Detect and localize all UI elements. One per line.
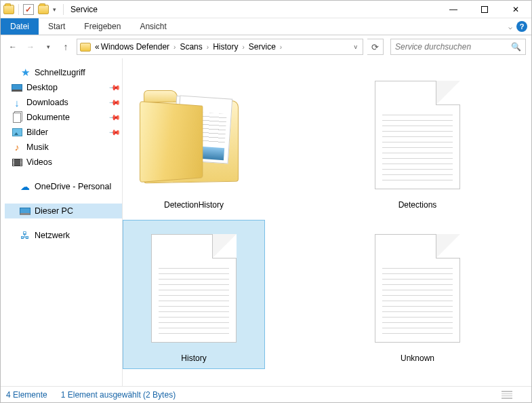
ribbon-help: ⌵ ? — [508, 18, 527, 35]
address-folder-icon — [80, 43, 91, 52]
breadcrumb-2[interactable]: History — [213, 42, 238, 52]
refresh-button[interactable]: ⟳ — [367, 39, 384, 55]
forward-button[interactable]: → — [24, 40, 37, 54]
explorer-body: ★ Schnellzugriff Desktop 📌 ↓ Downloads 📌… — [1, 58, 531, 386]
file-item-history[interactable]: History — [123, 220, 265, 369]
pin-icon: 📌 — [108, 81, 121, 94]
breadcrumb-sep-0[interactable]: › — [171, 43, 178, 51]
desktop-icon — [12, 84, 22, 92]
file-item-detections[interactable]: Detections — [346, 66, 489, 216]
sidebar-group-thispc: Dieser PC — [5, 204, 122, 218]
breadcrumb-3[interactable]: Service — [249, 42, 276, 52]
pc-icon — [20, 208, 30, 215]
folder-icon — [127, 74, 260, 196]
sidebar-item-label: Musik — [26, 142, 49, 152]
file-item-label: DetectionHistory — [164, 200, 224, 210]
sidebar-item-label: Schnellzugriff — [35, 68, 85, 77]
sidebar-group-network: 🖧 Netzwerk — [5, 228, 122, 243]
minimize-button[interactable]: — — [438, 1, 469, 18]
ribbon-tabs: Datei Start Freigeben Ansicht ⌵ ? — [1, 18, 531, 35]
sidebar-item-bilder[interactable]: Bilder 📌 — [5, 125, 122, 140]
search-input[interactable] — [395, 42, 511, 52]
address-bar[interactable]: « Windows Defender › Scans › History › S… — [77, 39, 363, 55]
breadcrumb-sep-1[interactable]: › — [204, 43, 211, 51]
file-item-label: Detections — [398, 200, 437, 210]
tab-start[interactable]: Start — [39, 18, 75, 35]
tab-ansicht[interactable]: Ansicht — [130, 18, 176, 35]
sidebar-network[interactable]: 🖧 Netzwerk — [5, 228, 122, 243]
downloads-icon: ↓ — [12, 97, 22, 108]
sidebar-group-onedrive: ☁ OneDrive - Personal — [5, 179, 122, 194]
file-icon — [351, 227, 484, 349]
file-item-label: History — [181, 353, 206, 363]
back-button[interactable]: ← — [6, 40, 20, 54]
close-button[interactable]: ✕ — [500, 1, 531, 18]
status-selection: 1 Element ausgewählt (2 Bytes) — [61, 390, 176, 400]
qat-divider — [18, 4, 19, 15]
breadcrumb-0[interactable]: Windows Defender — [101, 42, 169, 52]
sidebar-item-desktop[interactable]: Desktop 📌 — [5, 80, 122, 95]
file-icon — [127, 227, 260, 349]
star-icon: ★ — [20, 67, 30, 78]
tab-freigeben[interactable]: Freigeben — [75, 18, 130, 35]
sidebar-thispc[interactable]: Dieser PC — [5, 204, 122, 218]
pin-icon: 📌 — [108, 96, 121, 109]
history-dropdown-icon[interactable]: ▾ — [41, 40, 55, 54]
network-icon: 🖧 — [20, 230, 30, 241]
address-dropdown-icon[interactable]: v — [350, 43, 362, 50]
sidebar-item-label: Desktop — [26, 83, 58, 92]
content-pane[interactable]: DetectionHistory Detections History Unkn… — [123, 58, 531, 386]
file-item-detectionhistory[interactable]: DetectionHistory — [123, 66, 265, 216]
title-bar: ✓ ▾ Service — ✕ — [1, 1, 531, 18]
view-icons-button[interactable] — [516, 390, 526, 400]
sidebar-quickaccess[interactable]: ★ Schnellzugriff — [5, 65, 122, 80]
sidebar-item-label: Downloads — [26, 98, 68, 107]
sidebar-item-label: Dokumente — [26, 113, 70, 122]
title-divider — [63, 4, 64, 15]
qat-customize-icon[interactable]: ▾ — [53, 6, 56, 13]
breadcrumb-sep-2[interactable]: › — [239, 43, 247, 51]
file-item-label: Unknown — [401, 353, 434, 363]
window-controls: — ✕ — [438, 1, 531, 18]
ribbon-collapse-icon[interactable]: ⌵ — [508, 23, 512, 31]
pictures-icon — [12, 128, 22, 136]
search-icon[interactable]: 🔍 — [511, 42, 521, 52]
file-item-unknown[interactable]: Unknown — [346, 220, 489, 369]
status-item-count: 4 Elemente — [6, 390, 47, 400]
breadcrumb-1[interactable]: Scans — [180, 42, 202, 52]
sidebar-onedrive[interactable]: ☁ OneDrive - Personal — [5, 179, 122, 194]
navigation-pane: ★ Schnellzugriff Desktop 📌 ↓ Downloads 📌… — [1, 58, 123, 386]
tab-file[interactable]: Datei — [1, 18, 39, 35]
sidebar-item-dokumente[interactable]: Dokumente 📌 — [5, 110, 122, 125]
sidebar-item-musik[interactable]: ♪ Musik — [5, 140, 122, 155]
ribbon-spacer — [176, 18, 508, 35]
sidebar-item-label: Bilder — [26, 128, 48, 137]
music-icon: ♪ — [12, 142, 22, 153]
status-bar: 4 Elemente 1 Element ausgewählt (2 Bytes… — [1, 386, 531, 402]
quick-access-toolbar: ✓ ▾ — [3, 4, 60, 15]
qat-properties-icon[interactable]: ✓ — [23, 4, 34, 15]
sidebar-item-label: Dieser PC — [35, 206, 73, 216]
sidebar-item-label: OneDrive - Personal — [35, 182, 111, 191]
pin-icon: 📌 — [108, 111, 121, 123]
qat-newfolder-icon[interactable] — [38, 5, 49, 14]
view-details-button[interactable] — [502, 391, 512, 399]
file-icon — [351, 74, 484, 196]
sidebar-item-label: Netzwerk — [35, 231, 70, 240]
help-icon[interactable]: ? — [516, 21, 527, 32]
maximize-button[interactable] — [469, 1, 500, 18]
pin-icon: 📌 — [108, 126, 121, 138]
navigation-bar: ← → ▾ ↑ « Windows Defender › Scans › His… — [1, 35, 531, 58]
sidebar-item-label: Videos — [26, 157, 52, 167]
sidebar-group-quickaccess: ★ Schnellzugriff Desktop 📌 ↓ Downloads 📌… — [5, 65, 122, 170]
breadcrumb-sep-3[interactable]: › — [277, 43, 285, 51]
window-title: Service — [70, 5, 98, 14]
search-box[interactable]: 🔍 — [390, 39, 526, 55]
videos-icon — [12, 159, 22, 166]
breadcrumb-prefix[interactable]: « — [95, 42, 100, 52]
cloud-icon: ☁ — [20, 181, 30, 192]
app-icon[interactable] — [3, 5, 14, 14]
sidebar-item-videos[interactable]: Videos — [5, 155, 122, 170]
sidebar-item-downloads[interactable]: ↓ Downloads 📌 — [5, 95, 122, 110]
up-button[interactable]: ↑ — [59, 40, 73, 54]
